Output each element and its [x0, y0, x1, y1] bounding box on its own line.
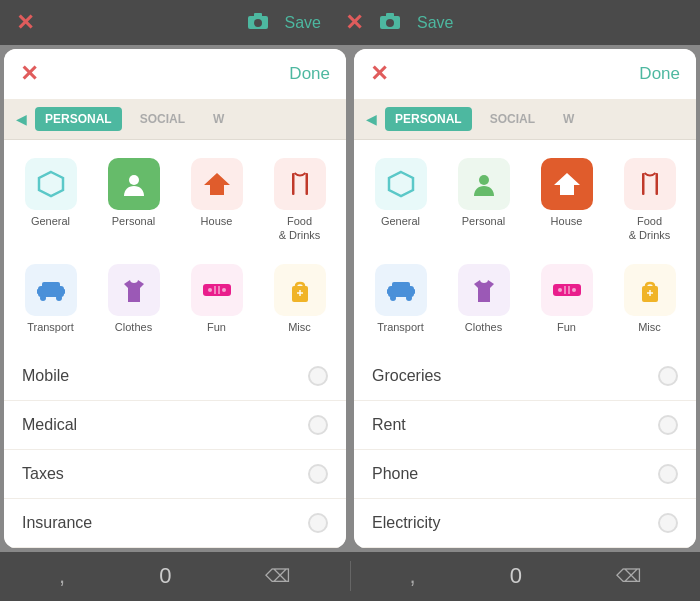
- list-item-left-1[interactable]: Medical: [4, 401, 346, 450]
- category-label-right-3: Food & Drinks: [629, 215, 671, 241]
- tab-right-0[interactable]: PERSONAL: [385, 107, 472, 131]
- category-grid-right: General Personal House Food & Drinks Tra…: [354, 140, 696, 352]
- svg-rect-13: [62, 289, 65, 294]
- category-label-right-0: General: [381, 215, 420, 228]
- category-icon-right-4: [375, 264, 427, 316]
- list-item-left-3[interactable]: Insurance: [4, 499, 346, 548]
- category-left-7[interactable]: Misc: [261, 256, 338, 342]
- category-label-left-0: General: [31, 215, 70, 228]
- top-close-2[interactable]: ✕: [345, 10, 363, 36]
- category-label-right-1: Personal: [462, 215, 505, 228]
- list-item-right-2[interactable]: Phone: [354, 450, 696, 499]
- tab-bar-left: ◀PERSONALSOCIALW: [4, 99, 346, 140]
- top-camera-1[interactable]: [247, 12, 269, 34]
- top-camera-2[interactable]: [379, 12, 401, 34]
- category-icon-right-3: [624, 158, 676, 210]
- category-icon-left-2: [191, 158, 243, 210]
- backspace-left[interactable]: ⌫: [265, 565, 290, 587]
- category-icon-left-6: [191, 264, 243, 316]
- tab-left-2[interactable]: W: [203, 107, 234, 131]
- panel-header-left: ✕Done: [4, 49, 346, 99]
- top-save-2[interactable]: Save: [417, 14, 453, 32]
- svg-point-1: [254, 19, 262, 27]
- panel-close-left[interactable]: ✕: [20, 61, 38, 87]
- top-save-1[interactable]: Save: [285, 14, 321, 32]
- category-label-right-2: House: [551, 215, 583, 228]
- bottom-section-right: , 0 ⌫: [351, 563, 701, 589]
- list-item-right-0[interactable]: Groceries: [354, 352, 696, 401]
- category-left-6[interactable]: Fun: [178, 256, 255, 342]
- svg-rect-35: [392, 282, 410, 289]
- svg-rect-9: [292, 173, 295, 195]
- category-icon-right-2: [541, 158, 593, 210]
- radio-right-3[interactable]: [658, 513, 678, 533]
- svg-marker-8: [204, 173, 230, 195]
- radio-left-3[interactable]: [308, 513, 328, 533]
- svg-rect-2: [254, 13, 262, 17]
- backspace-right[interactable]: ⌫: [616, 565, 641, 587]
- svg-point-7: [129, 175, 139, 185]
- radio-right-0[interactable]: [658, 366, 678, 386]
- list-item-right-1[interactable]: Rent: [354, 401, 696, 450]
- category-icon-right-1: [458, 158, 510, 210]
- category-label-left-1: Personal: [112, 215, 155, 228]
- category-right-2[interactable]: House: [528, 150, 605, 249]
- category-icon-right-0: [375, 158, 427, 210]
- tab-right-2[interactable]: W: [553, 107, 584, 131]
- svg-rect-36: [553, 284, 581, 296]
- bottom-section-left: , 0 ⌫: [0, 563, 350, 589]
- category-left-4[interactable]: Transport: [12, 256, 89, 342]
- list-item-right-3[interactable]: Electricity: [354, 499, 696, 548]
- svg-point-38: [572, 288, 576, 292]
- tab-arrow-right: ◀: [366, 111, 377, 127]
- list-item-left-2[interactable]: Taxes: [4, 450, 346, 499]
- category-left-1[interactable]: Personal: [95, 150, 172, 249]
- panel-right: ✕Done◀PERSONALSOCIALW General Personal H…: [354, 49, 696, 548]
- tab-left-1[interactable]: SOCIAL: [130, 107, 195, 131]
- category-right-6[interactable]: Fun: [528, 256, 605, 342]
- tab-arrow-left: ◀: [16, 111, 27, 127]
- category-label-left-3: Food & Drinks: [279, 215, 321, 241]
- panel-header-right: ✕Done: [354, 49, 696, 99]
- category-right-0[interactable]: General: [362, 150, 439, 249]
- panel-done-left[interactable]: Done: [289, 64, 330, 84]
- category-grid-left: General Personal House Food & Drinks Tra…: [4, 140, 346, 352]
- category-icon-left-3: [274, 158, 326, 210]
- svg-rect-10: [305, 173, 308, 195]
- radio-right-2[interactable]: [658, 464, 678, 484]
- category-label-right-5: Clothes: [465, 321, 502, 334]
- category-right-5[interactable]: Clothes: [445, 256, 522, 342]
- svg-point-33: [390, 295, 396, 301]
- list-item-left-0[interactable]: Mobile: [4, 352, 346, 401]
- radio-right-1[interactable]: [658, 415, 678, 435]
- radio-left-1[interactable]: [308, 415, 328, 435]
- category-left-3[interactable]: Food & Drinks: [261, 150, 338, 249]
- category-left-5[interactable]: Clothes: [95, 256, 172, 342]
- panel-done-right[interactable]: Done: [639, 64, 680, 84]
- tab-left-0[interactable]: PERSONAL: [35, 107, 122, 131]
- top-close-1[interactable]: ✕: [16, 10, 34, 36]
- category-label-left-7: Misc: [288, 321, 311, 334]
- svg-rect-5: [386, 13, 394, 17]
- radio-left-0[interactable]: [308, 366, 328, 386]
- svg-rect-28: [642, 173, 645, 195]
- category-right-4[interactable]: Transport: [362, 256, 439, 342]
- tab-right-1[interactable]: SOCIAL: [480, 107, 545, 131]
- list-item-label-left-2: Taxes: [22, 465, 64, 483]
- category-right-7[interactable]: Misc: [611, 256, 688, 342]
- category-left-0[interactable]: General: [12, 150, 89, 249]
- radio-left-2[interactable]: [308, 464, 328, 484]
- zero-left: 0: [159, 563, 171, 589]
- panel-close-right[interactable]: ✕: [370, 61, 388, 87]
- category-right-3[interactable]: Food & Drinks: [611, 150, 688, 249]
- category-left-2[interactable]: House: [178, 150, 255, 249]
- top-bar: ✕Save✕Save: [0, 0, 700, 45]
- category-icon-left-1: [108, 158, 160, 210]
- category-icon-left-0: [25, 158, 77, 210]
- category-right-1[interactable]: Personal: [445, 150, 522, 249]
- svg-point-4: [386, 19, 394, 27]
- category-icon-right-7: [624, 264, 676, 316]
- bottom-bar: , 0 ⌫ , 0 ⌫: [0, 552, 700, 601]
- list-section-right: GroceriesRentPhoneElectricity: [354, 352, 696, 548]
- svg-marker-6: [39, 172, 63, 196]
